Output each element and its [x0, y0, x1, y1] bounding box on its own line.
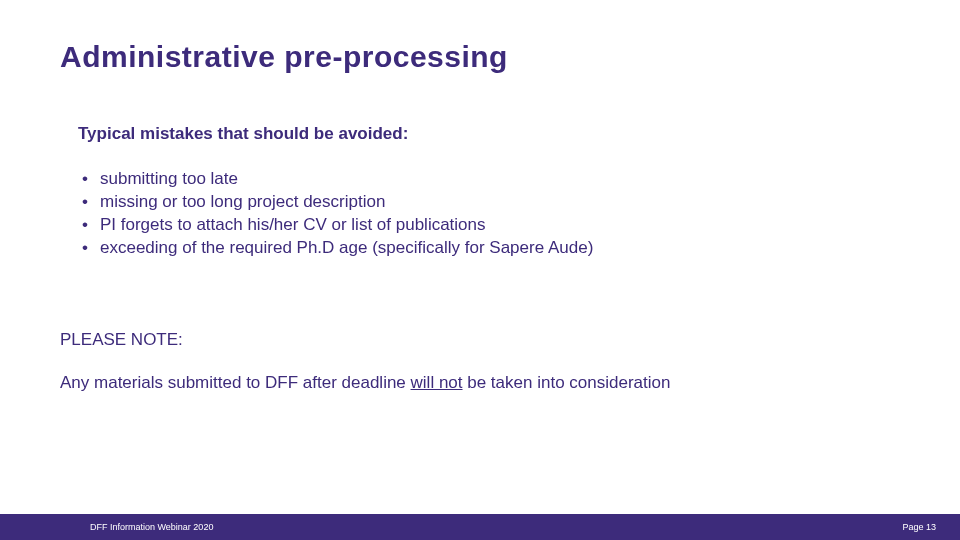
list-item: submitting too late: [78, 168, 900, 191]
list-item: exceeding of the required Ph.D age (spec…: [78, 237, 900, 260]
bullet-list: submitting too late missing or too long …: [78, 168, 900, 260]
list-item: missing or too long project description: [78, 191, 900, 214]
slide: Administrative pre-processing Typical mi…: [0, 0, 960, 540]
note-label: PLEASE NOTE:: [60, 330, 900, 350]
footer-right: Page 13: [902, 522, 936, 532]
note-text-underlined: will not: [411, 373, 463, 392]
footer: DFF Information Webinar 2020 Page 13: [0, 514, 960, 540]
subheading: Typical mistakes that should be avoided:: [78, 124, 900, 144]
footer-left: DFF Information Webinar 2020: [90, 522, 213, 532]
slide-title: Administrative pre-processing: [60, 40, 900, 74]
note-text-after: be taken into consideration: [463, 373, 671, 392]
list-item: PI forgets to attach his/her CV or list …: [78, 214, 900, 237]
note-text-before: Any materials submitted to DFF after dea…: [60, 373, 411, 392]
note-text: Any materials submitted to DFF after dea…: [60, 372, 820, 395]
